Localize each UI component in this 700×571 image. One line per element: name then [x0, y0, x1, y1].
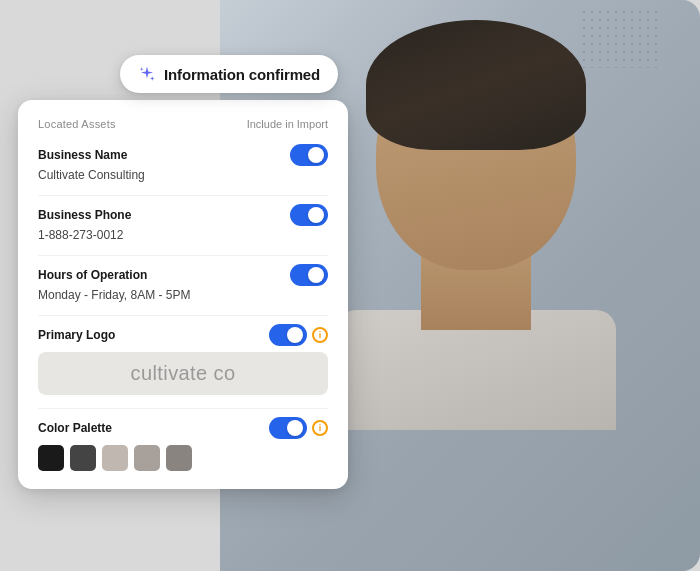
business-phone-row: Business Phone 1-888-273-0012	[38, 204, 328, 242]
business-name-label: Business Name	[38, 148, 127, 162]
hours-row: Hours of Operation Monday - Friday, 8AM …	[38, 264, 328, 302]
divider-3	[38, 315, 328, 316]
swatch-2	[70, 445, 96, 471]
business-phone-toggle[interactable]	[290, 204, 328, 226]
business-phone-label: Business Phone	[38, 208, 131, 222]
business-name-toggle-group	[290, 144, 328, 166]
business-name-value: Cultivate Consulting	[38, 168, 328, 182]
swatch-3	[102, 445, 128, 471]
card-header-left-label: Located Assets	[38, 118, 116, 130]
primary-logo-label: Primary Logo	[38, 328, 115, 342]
hours-label: Hours of Operation	[38, 268, 147, 282]
color-palette-row: Color Palette i	[38, 417, 328, 471]
color-palette-info-icon[interactable]: i	[312, 420, 328, 436]
info-confirmed-badge: Information confirmed	[120, 55, 338, 93]
card-panel: Located Assets Include in Import Busines…	[18, 100, 348, 489]
scene: Information confirmed Located Assets Inc…	[0, 0, 700, 571]
dot-pattern	[580, 8, 660, 68]
business-name-row: Business Name Cultivate Consulting	[38, 144, 328, 182]
primary-logo-info-icon[interactable]: i	[312, 327, 328, 343]
business-name-toggle[interactable]	[290, 144, 328, 166]
card-header: Located Assets Include in Import	[38, 118, 328, 130]
divider-2	[38, 255, 328, 256]
hours-toggle-group	[290, 264, 328, 286]
swatch-5	[166, 445, 192, 471]
hours-value: Monday - Friday, 8AM - 5PM	[38, 288, 328, 302]
info-confirmed-text: Information confirmed	[164, 66, 320, 83]
hours-toggle[interactable]	[290, 264, 328, 286]
divider-1	[38, 195, 328, 196]
logo-preview-text: cultivate co	[131, 362, 236, 385]
swatch-1	[38, 445, 64, 471]
swatch-4	[134, 445, 160, 471]
primary-logo-toggle[interactable]	[269, 324, 307, 346]
primary-logo-row: Primary Logo i cultivate co	[38, 324, 328, 395]
sparkle-icon	[138, 65, 156, 83]
primary-logo-toggle-group: i	[269, 324, 328, 346]
card-header-right-label: Include in Import	[247, 118, 328, 130]
divider-4	[38, 408, 328, 409]
business-phone-value: 1-888-273-0012	[38, 228, 328, 242]
color-palette-toggle[interactable]	[269, 417, 307, 439]
color-swatches-container	[38, 445, 328, 471]
logo-preview-box: cultivate co	[38, 352, 328, 395]
color-palette-toggle-group: i	[269, 417, 328, 439]
business-phone-toggle-group	[290, 204, 328, 226]
color-palette-label: Color Palette	[38, 421, 112, 435]
